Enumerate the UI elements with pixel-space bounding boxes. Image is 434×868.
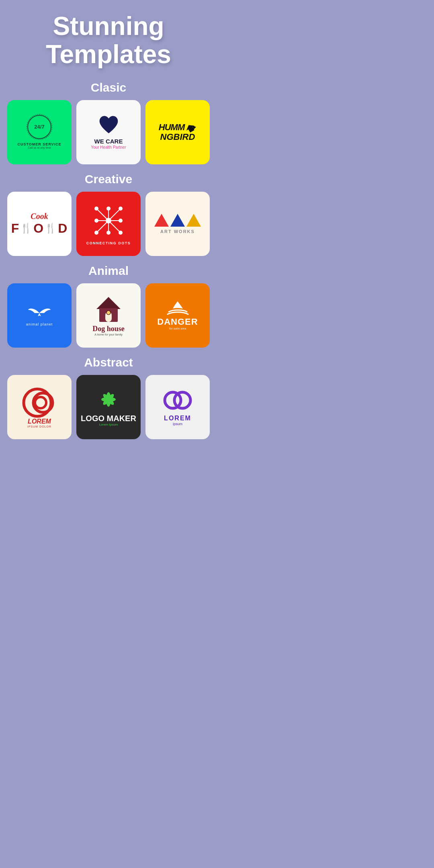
food-label: F 🍴 O 🍴 D <box>11 221 68 236</box>
svg-point-31 <box>174 392 190 408</box>
hummingbird-text: HUMMNGBIRD <box>149 123 206 141</box>
card-lorem-ipsum[interactable]: LOREM IPSUM DOLOR <box>7 375 72 439</box>
card-logo-maker[interactable]: LOGO MAKER Lorem Ipsum <box>76 375 141 439</box>
card-lorem2[interactable]: LOREM ipsum <box>145 375 210 439</box>
page-title: Stunning Templates <box>8 12 209 69</box>
section-title-classic: Clasic <box>8 81 209 94</box>
classic-cards-row: 24/7 CUSTOMER SERVICE Call us at any tim… <box>8 100 209 164</box>
section-creative: Creative Cook F 🍴 O 🍴 D <box>8 172 209 256</box>
card-art-works[interactable]: ART WORKS <box>145 192 210 256</box>
card-hummingbird[interactable]: HUMMNGBIRD <box>145 100 210 164</box>
customer-service-subtitle: Call us at any time <box>28 146 51 149</box>
doghouse-icon <box>94 295 123 323</box>
creative-cards-row: Cook F 🍴 O 🍴 D <box>8 192 209 256</box>
section-animal: Animal animal planet <box>8 264 209 348</box>
lorem-subtitle: IPSUM DOLOR <box>27 425 51 428</box>
card-dog-house[interactable]: Dog house A home for your family <box>76 283 141 348</box>
section-title-creative: Creative <box>8 172 209 186</box>
card-customer-service[interactable]: 24/7 CUSTOMER SERVICE Call us at any tim… <box>7 100 72 164</box>
doghouse-subtitle: A home for your family <box>94 333 123 336</box>
svg-line-14 <box>108 221 121 233</box>
lorem2-subtitle: ipsum <box>173 422 182 426</box>
art-triangles-icon <box>154 214 201 227</box>
svg-point-22 <box>106 311 111 315</box>
rings-icon <box>162 388 194 412</box>
animal-planet-title: animal planet <box>26 322 53 326</box>
card-animal-planet[interactable]: animal planet <box>7 283 72 348</box>
card-cook-food[interactable]: Cook F 🍴 O 🍴 D <box>7 192 72 256</box>
abstract-cards-row: LOREM IPSUM DOLOR LOGO MAKER <box>8 375 209 439</box>
danger-subtitle: No swim area <box>169 327 186 330</box>
page-wrapper: Stunning Templates Clasic 24/7 CUSTOMER … <box>0 0 217 463</box>
card-connecting-dots[interactable]: CONNECTING DOTS <box>76 192 141 256</box>
logomaker-title: LOGO MAKER <box>81 414 136 423</box>
cook-label: Cook <box>31 212 48 221</box>
section-title-animal: Animal <box>8 264 209 278</box>
clock-icon: 24/7 <box>27 115 51 139</box>
wecare-title: WE CARE <box>94 138 123 145</box>
svg-marker-19 <box>96 297 121 309</box>
bird-flying-icon <box>27 304 51 322</box>
spiral-icon <box>21 386 57 418</box>
svg-point-25 <box>35 397 46 408</box>
heart-icon <box>98 115 120 135</box>
svg-line-11 <box>96 209 108 221</box>
leaf-burst-icon <box>96 387 121 411</box>
artworks-title: ART WORKS <box>160 229 195 234</box>
svg-line-13 <box>96 221 108 233</box>
customer-service-title: CUSTOMER SERVICE <box>17 142 61 146</box>
lorem-title: LOREM <box>28 418 51 425</box>
section-abstract: Abstract LOREM IPSUM DOLOR <box>8 356 209 439</box>
danger-title: DANGER <box>157 317 198 327</box>
svg-line-12 <box>108 209 121 221</box>
lorem2-title: LOREM <box>164 415 191 422</box>
card-danger[interactable]: DANGER No swim area <box>145 283 210 348</box>
logomaker-subtitle: Lorem Ipsum <box>99 423 118 426</box>
wecare-subtitle: Your Health Partner <box>91 145 126 149</box>
section-title-abstract: Abstract <box>8 356 209 369</box>
section-classic: Clasic 24/7 CUSTOMER SERVICE Call us at … <box>8 81 209 164</box>
shark-fin-icon <box>167 301 189 317</box>
connecting-dots-title: CONNECTING DOTS <box>86 241 131 245</box>
connecting-dots-icon <box>90 203 127 239</box>
card-wecare[interactable]: WE CARE Your Health Partner <box>76 100 141 164</box>
doghouse-title: Dog house <box>92 325 125 333</box>
animal-cards-row: animal planet Dog house <box>8 283 209 348</box>
